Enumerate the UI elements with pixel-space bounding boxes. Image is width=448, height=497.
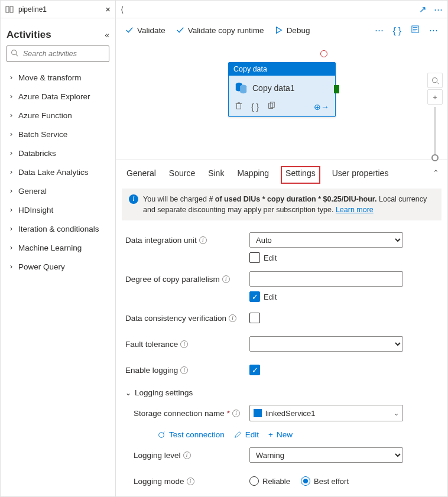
zoom-in-icon[interactable]: + (427, 89, 443, 105)
new-connection-button[interactable]: + New (268, 430, 293, 439)
dcv-label: Data consistency verification (125, 314, 226, 323)
pipeline-tab-title[interactable]: pipeline1 (18, 5, 47, 14)
info-tip-icon[interactable]: i (229, 314, 236, 322)
parallelism-input[interactable] (249, 271, 403, 287)
activity-type-label: Copy data (229, 63, 335, 76)
svg-line-23 (163, 432, 165, 434)
search-input[interactable] (7, 46, 109, 62)
linked-service-icon (254, 409, 262, 417)
success-output-handle[interactable] (334, 85, 339, 93)
tab-mapping[interactable]: Mapping (236, 166, 270, 184)
expand-activity-icon[interactable]: ⊕→ (314, 102, 329, 112)
tab-sink[interactable]: Sink (207, 166, 225, 184)
sidebar-group[interactable]: ›Move & transform (7, 68, 109, 87)
chevron-right-icon: › (7, 225, 16, 233)
svg-point-14 (240, 90, 246, 94)
fit-to-screen-icon[interactable] (427, 73, 443, 88)
sidebar-group[interactable]: ›Power Query (7, 257, 109, 276)
svg-marker-4 (276, 27, 281, 34)
toolbar-overflow-icon[interactable]: ⋯ (429, 25, 438, 35)
search-icon (11, 49, 18, 59)
pricing-info-banner: i You will be charged # of used DIUs * c… (122, 189, 441, 220)
sidebar-group[interactable]: ›Azure Function (7, 106, 109, 125)
sidebar-group[interactable]: ›General (7, 181, 109, 200)
activities-sidebar: pipeline1 × Activities « ›Move & transfo… (1, 1, 116, 496)
validate-copy-runtime-button[interactable]: Validate copy runtime (176, 26, 264, 35)
dcv-checkbox[interactable] (249, 313, 260, 323)
sidebar-heading: Activities (7, 29, 51, 41)
main-pane: ⟨ ↗ ⋯ Validate Validate copy runtime Deb… (116, 1, 447, 496)
logging-mode-reliable-radio[interactable] (249, 476, 259, 486)
info-tip-icon[interactable]: i (180, 340, 188, 348)
sidebar-group[interactable]: ›HDInsight (7, 200, 109, 219)
diu-label: Data integration unit (125, 236, 197, 245)
chevron-right-icon: › (7, 187, 16, 195)
logging-settings-toggle[interactable]: ⌄ Logging settings (125, 388, 438, 397)
diu-edit-checkbox[interactable] (249, 252, 260, 263)
expand-left-icon[interactable]: ⟨ (121, 5, 129, 14)
tab-source[interactable]: Source (168, 166, 196, 184)
copy-data-activity[interactable]: Copy data Copy data1 { } (228, 62, 336, 117)
plus-icon: + (268, 430, 273, 439)
sidebar-group[interactable]: ›Iteration & conditionals (7, 219, 109, 238)
chevron-right-icon: › (7, 130, 16, 138)
pipeline-canvas[interactable]: Copy data Copy data1 { } (116, 42, 447, 160)
database-icon (235, 82, 248, 95)
more-icon[interactable]: ⋯ (434, 4, 443, 15)
validation-error-indicator[interactable] (320, 50, 327, 57)
diu-select[interactable]: Auto (249, 232, 403, 248)
svg-line-21 (436, 82, 438, 83)
svg-rect-15 (237, 104, 241, 109)
activity-name[interactable]: Copy data1 (252, 83, 295, 93)
parallelism-label: Degree of copy parallelism (125, 275, 220, 284)
parameters-icon[interactable] (411, 25, 420, 35)
logging-level-select[interactable]: Warning (249, 447, 403, 463)
parallelism-edit-checkbox[interactable]: ✓ (249, 291, 260, 302)
search-field[interactable] (22, 49, 105, 59)
settings-tabs: GeneralSourceSinkMappingSettingsUser pro… (116, 160, 447, 184)
sidebar-group[interactable]: ›Batch Service (7, 125, 109, 144)
toolbar-more-icon[interactable]: ⋯ (375, 25, 384, 35)
info-tip-icon[interactable]: i (180, 366, 188, 374)
test-connection-button[interactable]: Test connection (157, 430, 225, 439)
activity-code-icon[interactable]: { } (251, 102, 259, 112)
close-icon[interactable]: × (105, 4, 111, 14)
enable-logging-checkbox[interactable]: ✓ (249, 365, 260, 375)
chevron-right-icon: › (7, 111, 16, 119)
svg-point-2 (12, 50, 17, 55)
info-tip-icon[interactable]: i (222, 275, 230, 283)
info-tip-icon[interactable]: i (199, 236, 207, 244)
zoom-slider[interactable] (434, 107, 436, 158)
info-tip-icon[interactable]: i (232, 410, 240, 417)
clone-icon[interactable] (267, 102, 275, 112)
info-tip-icon[interactable]: i (187, 477, 194, 485)
tab-general[interactable]: General (125, 166, 157, 184)
tab-settings[interactable]: Settings (281, 166, 320, 184)
storage-connection-select[interactable]: linkedService1 ⌄ (249, 405, 403, 421)
logging-mode-best-effort-radio[interactable] (301, 476, 310, 486)
collapse-all-icon[interactable]: « (105, 30, 109, 40)
sidebar-group[interactable]: ›Databricks (7, 144, 109, 163)
sidebar-group[interactable]: ›Machine Learning (7, 238, 109, 257)
debug-button[interactable]: Debug (275, 26, 310, 35)
info-icon: i (129, 194, 138, 204)
validate-button[interactable]: Validate (125, 26, 165, 35)
zoom-control: + (427, 73, 443, 158)
info-tip-icon[interactable]: i (183, 451, 191, 459)
chevron-right-icon: › (7, 149, 16, 157)
code-braces-icon[interactable]: { } (393, 25, 401, 35)
chevron-right-icon: › (7, 206, 16, 214)
logging-mode-label: Logging mode (134, 477, 184, 486)
storage-connection-label: Storage connection name (134, 409, 225, 418)
enable-logging-label: Enable logging (125, 366, 178, 375)
sidebar-group[interactable]: ›Azure Data Explorer (7, 87, 109, 106)
fullscreen-icon[interactable]: ↗ (419, 4, 427, 15)
learn-more-link[interactable]: Learn more (336, 206, 374, 214)
sidebar-group[interactable]: ›Data Lake Analytics (7, 163, 109, 181)
collapse-panel-icon[interactable]: ⌃ (433, 168, 439, 177)
fault-tolerance-select[interactable] (249, 336, 403, 352)
edit-connection-button[interactable]: Edit (234, 430, 259, 439)
delete-icon[interactable] (235, 102, 243, 112)
fault-tolerance-label: Fault tolerance (125, 340, 178, 349)
tab-user-properties[interactable]: User properties (331, 166, 390, 184)
